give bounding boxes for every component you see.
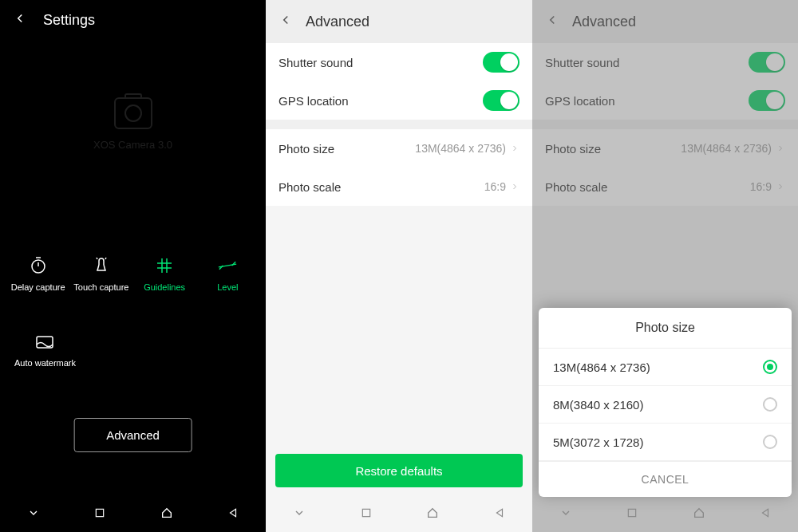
header-title: Advanced bbox=[306, 14, 369, 30]
radio-selected[interactable] bbox=[763, 360, 777, 374]
nav-bar bbox=[0, 497, 266, 532]
header: Settings bbox=[0, 0, 266, 40]
photo-scale-row[interactable]: Photo scale 16:9 bbox=[266, 167, 532, 206]
timer-icon bbox=[28, 255, 49, 276]
nav-bar bbox=[532, 497, 798, 532]
restore-defaults-button[interactable]: Restore defaults bbox=[275, 454, 523, 487]
nav-recents-icon[interactable] bbox=[361, 507, 372, 522]
photo-size-option-13m[interactable]: 13M(4864 x 2736) bbox=[539, 349, 792, 386]
option-label: Auto watermark bbox=[14, 358, 76, 368]
svg-rect-11 bbox=[97, 509, 104, 516]
option-label: Delay capture bbox=[11, 282, 65, 292]
touch-icon bbox=[91, 255, 112, 276]
option-label: Touch capture bbox=[73, 282, 128, 292]
back-icon[interactable] bbox=[13, 11, 27, 29]
nav-down-icon[interactable] bbox=[27, 506, 40, 522]
touch-capture-option[interactable]: Touch capture bbox=[73, 255, 129, 292]
divider bbox=[266, 120, 532, 129]
watermark-icon bbox=[35, 331, 56, 352]
nav-home-icon[interactable] bbox=[160, 506, 173, 522]
photo-size-row[interactable]: Photo size 13M(4864 x 2736) bbox=[266, 129, 532, 167]
value-text: 13M(4864 x 2736) bbox=[415, 142, 506, 155]
shutter-sound-row[interactable]: Shutter sound bbox=[266, 43, 532, 81]
settings-group-1: Shutter sound GPS location bbox=[266, 43, 532, 120]
options-row: Delay capture Touch capture Guidelines L… bbox=[0, 255, 266, 292]
nav-recents-icon[interactable] bbox=[626, 507, 638, 522]
toggle-on[interactable] bbox=[483, 90, 519, 111]
svg-rect-15 bbox=[629, 509, 636, 516]
advanced-panel: Advanced Shutter sound GPS location Phot… bbox=[266, 0, 532, 532]
chevron-right-icon bbox=[510, 144, 519, 153]
nav-back-icon[interactable] bbox=[494, 507, 505, 522]
photo-size-option-8m[interactable]: 8M(3840 x 2160) bbox=[539, 386, 792, 424]
option-label: Guidelines bbox=[144, 282, 185, 292]
photo-size-sheet: Photo size 13M(4864 x 2736) 8M(3840 x 21… bbox=[539, 308, 792, 497]
value-text: 16:9 bbox=[484, 180, 506, 193]
sheet-title: Photo size bbox=[539, 308, 792, 349]
nav-bar bbox=[266, 497, 532, 532]
setting-label: Shutter sound bbox=[279, 56, 353, 69]
header: Advanced bbox=[266, 0, 532, 43]
gps-location-row[interactable]: GPS location bbox=[266, 81, 532, 120]
options-row-2: Auto watermark bbox=[0, 331, 266, 368]
option-label: Level bbox=[217, 282, 238, 292]
nav-home-icon[interactable] bbox=[426, 506, 439, 522]
nav-down-icon[interactable] bbox=[559, 506, 572, 522]
back-icon[interactable] bbox=[279, 13, 293, 30]
nav-home-icon[interactable] bbox=[693, 506, 705, 522]
option-label: 8M(3840 x 2160) bbox=[553, 398, 643, 412]
camera-preview-placeholder: XOS Camera 3.0 bbox=[0, 44, 266, 203]
setting-label: Photo scale bbox=[279, 180, 341, 194]
header-title: Settings bbox=[43, 12, 95, 29]
option-label: 5M(3072 x 1728) bbox=[553, 435, 643, 449]
svg-marker-12 bbox=[230, 509, 235, 516]
svg-marker-14 bbox=[496, 509, 502, 516]
settings-group-2: Photo size 13M(4864 x 2736) Photo scale … bbox=[266, 129, 532, 206]
svg-marker-16 bbox=[762, 509, 768, 516]
auto-watermark-option[interactable]: Auto watermark bbox=[14, 331, 76, 368]
toggle-on[interactable] bbox=[483, 52, 519, 73]
setting-value: 16:9 bbox=[484, 180, 519, 193]
setting-label: Photo size bbox=[279, 142, 334, 156]
radio-unselected[interactable] bbox=[763, 397, 777, 412]
camera-version-label: XOS Camera 3.0 bbox=[93, 139, 172, 151]
advanced-panel-with-sheet: Advanced Shutter sound GPS location Phot… bbox=[532, 0, 798, 532]
nav-back-icon[interactable] bbox=[760, 507, 771, 522]
nav-back-icon[interactable] bbox=[227, 507, 239, 522]
level-option[interactable]: Level bbox=[200, 255, 255, 292]
advanced-button[interactable]: Advanced bbox=[73, 418, 192, 452]
grid-icon bbox=[154, 255, 175, 276]
photo-size-option-5m[interactable]: 5M(3072 x 1728) bbox=[539, 424, 792, 461]
radio-unselected[interactable] bbox=[763, 435, 777, 449]
option-label: 13M(4864 x 2736) bbox=[553, 361, 650, 374]
camera-icon bbox=[114, 97, 152, 129]
svg-rect-13 bbox=[362, 509, 369, 516]
level-icon bbox=[217, 255, 238, 276]
chevron-right-icon bbox=[510, 182, 519, 191]
setting-label: GPS location bbox=[279, 94, 349, 108]
nav-recents-icon[interactable] bbox=[94, 507, 105, 522]
sheet-cancel-button[interactable]: CANCEL bbox=[539, 461, 792, 497]
nav-down-icon[interactable] bbox=[293, 506, 306, 522]
delay-capture-option[interactable]: Delay capture bbox=[10, 255, 66, 292]
settings-panel-dark: Settings XOS Camera 3.0 Delay capture To… bbox=[0, 0, 266, 532]
guidelines-option[interactable]: Guidelines bbox=[136, 255, 192, 292]
setting-value: 13M(4864 x 2736) bbox=[415, 142, 519, 155]
